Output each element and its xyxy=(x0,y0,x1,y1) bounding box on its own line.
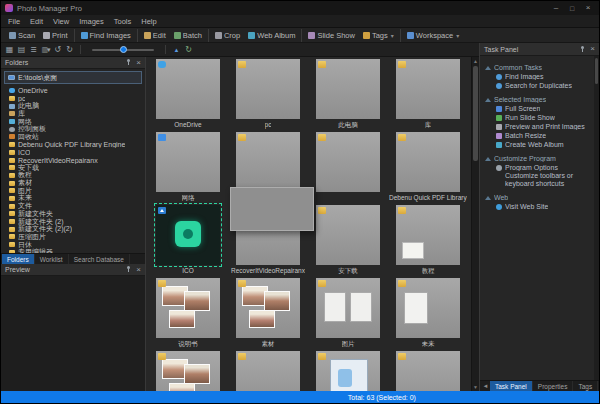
task-row-icon xyxy=(496,115,502,121)
task-panel-row[interactable]: Visit Web Site xyxy=(482,202,592,211)
tabs-scroll-left-icon[interactable] xyxy=(481,381,490,391)
task-panel-row[interactable]: Full Screen xyxy=(482,104,592,113)
thumbnail-item[interactable]: Debenu Quick PDF Library ... xyxy=(390,132,466,205)
toolbar-button[interactable]: Batch xyxy=(170,29,206,42)
thumbnail-item[interactable]: pc xyxy=(230,59,306,132)
close-panel-icon[interactable] xyxy=(590,45,595,53)
task-panel-row[interactable]: Search for Duplicates xyxy=(482,81,592,90)
task-panel-row[interactable]: Batch Resize xyxy=(482,131,592,140)
folders-panel-title: Folders xyxy=(5,59,126,66)
task-panel-row[interactable]: Program Options xyxy=(482,163,592,172)
task-panel-row[interactable]: Common Tasks xyxy=(482,63,592,72)
thumbnail-item[interactable]: 图片 xyxy=(310,278,386,351)
folder-tree-item[interactable]: Debenu Quick PDF Library Engine xyxy=(9,141,145,149)
close-icon[interactable] xyxy=(581,3,595,14)
toolbar-button[interactable]: Print xyxy=(39,29,71,42)
menu-item[interactable]: Edit xyxy=(25,17,48,26)
toolbar-button-icon xyxy=(43,32,50,39)
thumbnail-item[interactable] xyxy=(310,351,386,391)
folder-tree-item[interactable]: 回收站 xyxy=(9,133,145,141)
task-panel-row[interactable]: Create Web Album xyxy=(482,140,592,149)
thumbnail-type-icon xyxy=(398,134,406,141)
thumbnail-item[interactable]: 网络 xyxy=(150,132,226,205)
thumbnail-item[interactable]: ICO xyxy=(150,205,226,278)
thumbnail-item[interactable] xyxy=(310,132,386,205)
thumbnail-item[interactable]: 素材 xyxy=(230,278,306,351)
panel-tab[interactable]: Tags xyxy=(573,381,598,391)
thumbnail-type-icon xyxy=(398,280,406,287)
toolbar-button[interactable]: Workspace xyxy=(400,29,463,42)
folder-tree-item[interactable]: 此电脑 xyxy=(9,102,145,110)
toolbar-button[interactable]: Find Images xyxy=(74,29,135,42)
thumbnail-item[interactable]: 说明书 xyxy=(150,278,226,351)
toolbar-button[interactable]: Tags xyxy=(359,29,398,42)
scroll-down-icon[interactable] xyxy=(472,383,479,391)
current-folder-row[interactable]: E:\tools\桌面 xyxy=(4,71,142,84)
pin-icon[interactable] xyxy=(580,46,585,53)
scroll-up-icon[interactable] xyxy=(472,57,479,65)
toolbar-button[interactable]: Scan xyxy=(5,29,39,42)
menu-item[interactable]: Images xyxy=(74,17,109,26)
zoom-slider[interactable] xyxy=(92,44,154,55)
zoom-slider-thumb[interactable] xyxy=(120,46,127,53)
menu-item[interactable]: Tools xyxy=(109,17,137,26)
task-panel-row[interactable]: Selected Images xyxy=(482,95,592,104)
folder-tree-item[interactable]: OneDrive xyxy=(9,87,145,95)
view-toolbar-icon[interactable] xyxy=(4,44,15,55)
task-panel-row[interactable]: Customize toolbars or keyboard shortcuts xyxy=(482,172,592,188)
task-panel-row[interactable]: Run Slide Show xyxy=(482,113,592,122)
scrollbar-thumb[interactable] xyxy=(473,66,478,161)
toolbar-button-icon xyxy=(308,32,315,39)
toolbar-button[interactable]: Crop xyxy=(208,29,244,42)
vertical-scrollbar[interactable] xyxy=(471,57,479,391)
folder-tree-item[interactable]: ICO xyxy=(9,149,145,157)
panel-tab[interactable]: Worklist xyxy=(35,254,69,264)
view-toolbar-icon[interactable] xyxy=(64,44,75,55)
view-toolbar-icon[interactable] xyxy=(171,44,182,55)
task-panel-row[interactable]: Preview and Print Images xyxy=(482,122,592,131)
menu-item[interactable]: File xyxy=(3,17,25,26)
thumbnail-label: 图片 xyxy=(342,340,355,348)
close-panel-icon[interactable] xyxy=(136,266,141,274)
view-toolbar-icon[interactable] xyxy=(16,44,27,55)
view-toolbar-icon[interactable] xyxy=(40,44,51,55)
minimize-icon[interactable] xyxy=(549,3,563,14)
thumbnail-item[interactable]: OneDrive xyxy=(150,59,226,132)
toolbar-button[interactable]: Edit xyxy=(137,29,170,42)
view-toolbar-icon[interactable] xyxy=(52,44,63,55)
pin-icon[interactable] xyxy=(126,266,131,273)
close-panel-icon[interactable] xyxy=(136,59,141,67)
toolbar-separator xyxy=(80,45,81,54)
task-row-icon xyxy=(485,66,491,70)
toolbar-button[interactable]: Slide Show xyxy=(301,29,359,42)
thumbnail-item[interactable]: 教程 xyxy=(390,205,466,278)
view-toolbar-icon[interactable] xyxy=(28,44,39,55)
thumbnail-item[interactable] xyxy=(230,351,306,391)
toolbar-button[interactable]: Web Album xyxy=(244,29,299,42)
thumbnail-item[interactable]: 未来 xyxy=(390,278,466,351)
panel-tab[interactable]: Search Database xyxy=(69,254,130,264)
thumbnail-item[interactable]: 此电脑 xyxy=(310,59,386,132)
folder-icon xyxy=(9,158,15,163)
maximize-icon[interactable] xyxy=(565,3,579,14)
toolbar-button-label: Tags xyxy=(372,31,388,40)
menu-item[interactable]: View xyxy=(48,17,74,26)
task-panel-scrollbar[interactable] xyxy=(594,56,599,380)
panel-tab[interactable]: Folders xyxy=(2,254,35,264)
thumbnail-item[interactable] xyxy=(150,351,226,391)
panel-tab[interactable]: Properties xyxy=(533,381,574,391)
thumbnail-item[interactable] xyxy=(390,351,466,391)
task-panel-row[interactable]: Web xyxy=(482,193,592,202)
task-panel-row[interactable]: Find Images xyxy=(482,72,592,81)
thumbnail-content xyxy=(396,59,460,119)
view-toolbar-icon[interactable] xyxy=(183,44,194,55)
toolbar-button-label: Crop xyxy=(224,31,240,40)
menu-item[interactable]: Help xyxy=(136,17,161,26)
pin-icon[interactable] xyxy=(126,59,131,66)
thumbnail-item[interactable]: 库 xyxy=(390,59,466,132)
thumbnail-item[interactable]: 安下载 xyxy=(310,205,386,278)
thumbnail-image xyxy=(156,59,220,119)
task-panel-row[interactable]: Customize Program xyxy=(482,154,592,163)
panel-tab[interactable]: Task Panel xyxy=(490,381,533,391)
scrollbar-thumb[interactable] xyxy=(595,58,598,84)
